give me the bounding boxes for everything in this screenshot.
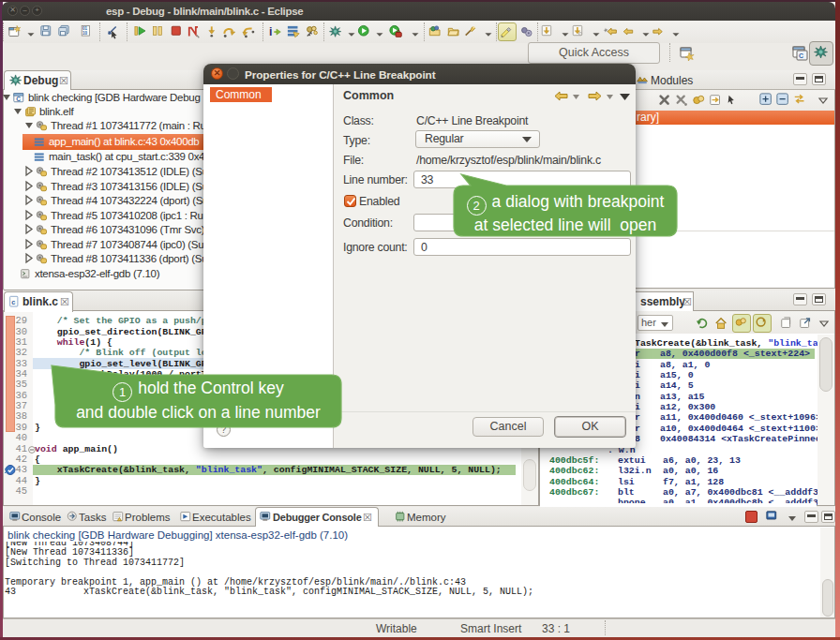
svg-text:i: i xyxy=(269,25,272,38)
svg-text:c: c xyxy=(11,298,15,306)
svg-text:10: 10 xyxy=(82,31,88,36)
svg-text:C: C xyxy=(16,96,21,102)
svg-text:C: C xyxy=(799,52,803,59)
